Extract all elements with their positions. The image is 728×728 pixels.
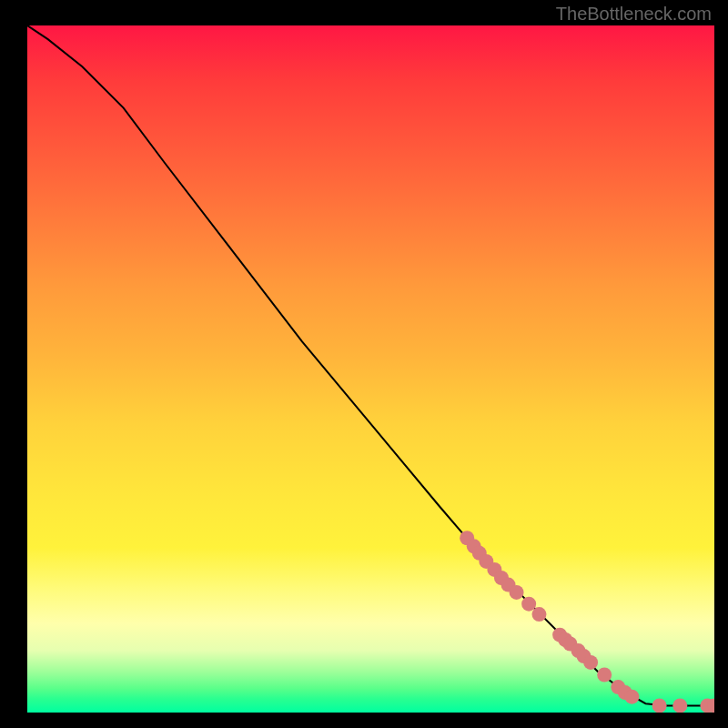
chart-marker: [652, 698, 667, 713]
watermark-text: TheBottleneck.com: [556, 4, 712, 25]
chart-marker: [510, 585, 524, 600]
chart-marker: [583, 655, 598, 670]
chart-marker: [521, 597, 536, 612]
chart-svg: [27, 25, 714, 713]
chart-marker: [624, 690, 639, 704]
chart-curve-line: [27, 25, 714, 705]
chart-plot-area: [27, 25, 714, 713]
chart-marker: [531, 607, 546, 622]
chart-marker: [672, 698, 687, 713]
chart-marker: [597, 667, 612, 682]
chart-markers: [460, 531, 714, 713]
